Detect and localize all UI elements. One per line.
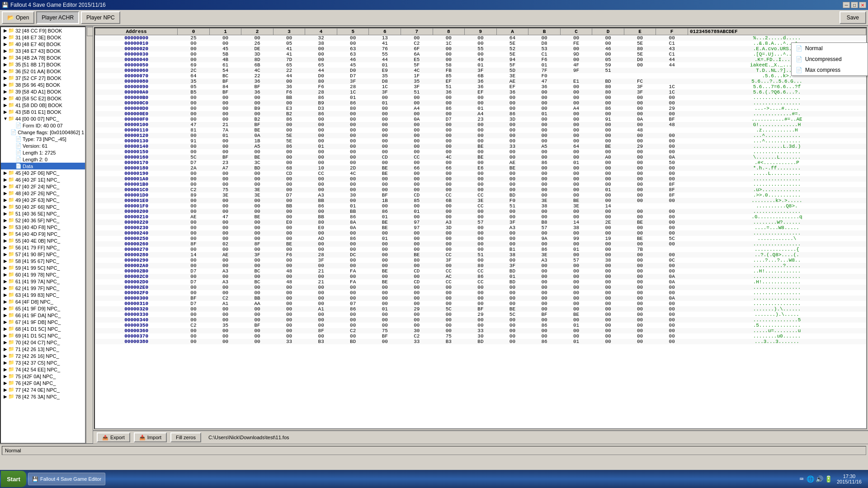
hex-cell[interactable]: 00	[528, 35, 561, 41]
hex-cell[interactable]: 22	[273, 68, 305, 73]
hex-cell[interactable]: 00	[465, 301, 497, 306]
hex-cell[interactable]: 00	[592, 176, 624, 182]
hex-cell[interactable]: 00	[337, 122, 369, 127]
hex-cell[interactable]: 00	[433, 230, 465, 236]
hex-cell[interactable]	[656, 73, 688, 79]
hex-cell[interactable]: 86	[273, 117, 305, 122]
hex-cell[interactable]: 5D	[496, 68, 528, 73]
hex-cell[interactable]: 00	[624, 263, 656, 268]
hex-row[interactable]: 000000A0B5BF36F6281C3F5136EF360000803F1C…	[95, 89, 866, 95]
hex-cell[interactable]: 00	[656, 263, 688, 268]
hex-cell[interactable]: 07	[337, 301, 369, 306]
hex-cell[interactable]: 00	[337, 111, 369, 117]
hex-cell[interactable]: 00	[178, 117, 210, 122]
hex-cell[interactable]: B2	[241, 117, 274, 122]
hex-cell[interactable]: 00	[369, 285, 401, 290]
hex-cell[interactable]: 00	[273, 149, 305, 155]
hex-cell[interactable]: 00	[592, 209, 624, 214]
hex-cell[interactable]: 01	[465, 62, 497, 68]
hex-cell[interactable]: 00	[241, 230, 274, 236]
hex-cell[interactable]: 00	[624, 296, 656, 301]
hex-cell[interactable]: 46	[337, 57, 369, 62]
hex-cell[interactable]: 00	[465, 225, 497, 230]
hex-cell[interactable]: 00	[560, 279, 592, 285]
hex-cell[interactable]: A1	[209, 301, 241, 306]
hex-cell[interactable]: 00	[337, 149, 369, 155]
hex-cell[interactable]: 36	[241, 89, 274, 95]
hex-cell[interactable]: D7	[178, 160, 210, 165]
hex-cell[interactable]	[656, 203, 688, 209]
hex-cell[interactable]: 00	[401, 323, 433, 328]
hex-cell[interactable]: 36	[273, 84, 305, 89]
hex-cell[interactable]: 00	[273, 209, 305, 214]
hex-cell[interactable]: 00	[624, 209, 656, 214]
hex-cell[interactable]: 00	[465, 149, 497, 155]
hex-cell[interactable]: BD	[496, 268, 528, 274]
hex-cell[interactable]: CD	[273, 171, 305, 176]
hex-cell[interactable]: 2C	[178, 68, 210, 73]
hex-cell[interactable]: 00	[624, 138, 656, 144]
hex-cell[interactable]: 00	[369, 95, 401, 100]
hex-cell[interactable]: 00	[401, 241, 433, 247]
hex-cell[interactable]: BE	[369, 171, 401, 176]
hex-cell[interactable]: 00	[305, 290, 337, 296]
hex-cell[interactable]: 3C	[241, 160, 274, 165]
hex-cell[interactable]: 00	[273, 258, 305, 263]
hex-cell[interactable]: 00	[560, 100, 592, 106]
hex-row[interactable]: 000001004721BF00000000000000000000000048…	[95, 122, 866, 127]
hex-cell[interactable]: 80	[305, 79, 337, 84]
hex-cell[interactable]: 00	[592, 111, 624, 117]
hex-cell[interactable]: 00	[433, 296, 465, 301]
hex-cell[interactable]: 01	[592, 187, 624, 192]
hex-cell[interactable]: 00	[465, 52, 497, 57]
hex-cell[interactable]: 00	[369, 117, 401, 122]
hex-row[interactable]: 0000007064BC2244D0D7351F856B3EF0 .5.6...…	[95, 73, 866, 79]
hex-cell[interactable]: BE	[241, 214, 274, 220]
hex-cell[interactable]: 00	[624, 171, 656, 176]
hex-cell[interactable]: 00	[369, 323, 401, 328]
hex-cell[interactable]: 00	[496, 296, 528, 301]
hex-cell[interactable]: C1	[528, 52, 561, 57]
hex-cell[interactable]: 00	[624, 323, 656, 328]
hex-cell[interactable]: A5	[241, 144, 274, 149]
hex-cell[interactable]: 0A	[624, 117, 656, 122]
hex-cell[interactable]: 00	[369, 339, 401, 344]
hex-cell[interactable]: 00	[241, 258, 274, 263]
hex-cell[interactable]: 00	[178, 225, 210, 230]
hex-row[interactable]: 000002D0D7A3BC4821FABECDCCCCBD000000000A…	[95, 279, 866, 285]
hex-cell[interactable]: B1	[496, 247, 528, 252]
hex-cell[interactable]: 00	[592, 317, 624, 323]
hex-cell[interactable]: 00	[241, 149, 274, 155]
tree-child-item[interactable]: 📄Form ID: 40 00 07	[1, 122, 85, 129]
hex-cell[interactable]: 86	[305, 203, 337, 209]
hex-cell[interactable]: BE	[369, 220, 401, 225]
hex-cell[interactable]: 00	[592, 268, 624, 274]
hex-cell[interactable]: 00	[337, 312, 369, 317]
hex-cell[interactable]: 00	[369, 203, 401, 209]
hex-cell[interactable]: A5	[528, 144, 561, 149]
hex-cell[interactable]: 00	[273, 263, 305, 268]
hex-row[interactable]: 0000008035BF3600803FD835EF36AE47E1BDFC 5…	[95, 79, 866, 84]
tree-item[interactable]: ▶📁58 [41 95 67] NPC_	[1, 258, 85, 264]
hex-cell[interactable]: 00	[241, 203, 274, 209]
hex-cell[interactable]: 32	[305, 35, 337, 41]
hex-cell[interactable]: 00	[401, 176, 433, 182]
hex-cell[interactable]: 00	[528, 133, 561, 138]
hex-cell[interactable]: 65	[305, 62, 337, 68]
hex-cell[interactable]: 0A	[241, 133, 274, 138]
hex-cell[interactable]: 00	[656, 317, 688, 323]
hex-cell[interactable]: A3	[305, 192, 337, 198]
hex-cell[interactable]: 00	[592, 127, 624, 133]
hex-cell[interactable]: 3F	[624, 89, 656, 95]
hex-cell[interactable]: 00	[178, 236, 210, 241]
fill-zeros-button[interactable]: Fill zeros	[170, 432, 201, 442]
hex-cell[interactable]: 00	[433, 122, 465, 127]
hex-cell[interactable]: 00	[241, 35, 274, 41]
tree-item[interactable]: ▶📁69 [41 D1 5C] NPC_	[1, 332, 85, 339]
hex-cell[interactable]: 86	[337, 306, 369, 312]
hex-cell[interactable]: BE	[369, 279, 401, 285]
hex-cell[interactable]: 48	[273, 279, 305, 285]
hex-cell[interactable]: 00	[465, 209, 497, 214]
hex-cell[interactable]: 66	[433, 165, 465, 171]
hex-cell[interactable]: 00	[273, 35, 305, 41]
